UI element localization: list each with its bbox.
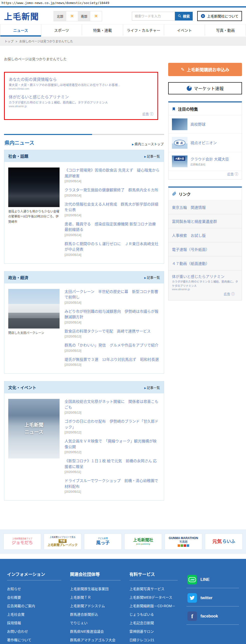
breadcrumb-current: お探しのページは見つかりませんでした <box>19 40 73 43</box>
adchoices-label[interactable]: 広告 <box>168 171 242 179</box>
subscribe-button[interactable]: 上毛新聞購読お申込み <box>168 63 242 76</box>
article-link[interactable]: 《新型コロナ》１日１枚 絵で元気 前橋の永岡さん 応援者に贈呈 <box>65 459 157 469</box>
banner-genki-life[interactable]: 元気 らいふ <box>205 534 242 550</box>
ad-title-link[interactable]: 体が重いと感じたらアリナミン <box>172 274 238 279</box>
footer-link[interactable]: 群馬県アマチュアゴルフ大会 <box>70 638 116 642</box>
footer-link[interactable]: 上毛新聞写真サービス <box>129 587 164 591</box>
article-link[interactable]: 飲食店の料理タクシーで宅配 高崎で連携サービス <box>65 329 151 333</box>
article-link[interactable]: 人気企画をＶＲ映像で 「廃線ウォーク」観光機構が映像公開 <box>65 439 157 449</box>
footer-link[interactable]: 日経テレコン21 <box>129 638 154 642</box>
article-list-link[interactable]: 記事一覧 <box>144 154 160 158</box>
article-link[interactable]: 《コロナ現場発》苦境の飲食店 先見えず 疑心暗鬼から風評被害 <box>65 168 159 178</box>
search-input[interactable] <box>132 12 175 21</box>
footer-column-title: 関連会社団体等 <box>70 571 121 580</box>
banner-gunma-marathon[interactable]: GUNMA MARATHON 写真館 <box>165 534 202 550</box>
browser-url: https://www.jomo-news.co.jp/news/domesti… <box>0 0 246 6</box>
banner-kazakko[interactable]: 子ども新聞 風っ子 <box>84 534 122 550</box>
sidebar-text-ad: 体が重いと感じたらアリナミン カラダが疲れた時のビタミンＢ１補給、筋肉痛に。タケ… <box>168 270 242 300</box>
footer-link[interactable]: 群馬県NIE推進協議会 <box>70 629 104 633</box>
article-link[interactable]: 群馬の「かわいい」発信 グルメや作品をアプリで紹介 <box>65 343 158 347</box>
feature-item-cloud-accounting-ad[interactable]: 大蔵大臣 クラウド会計 大蔵大臣 応研株式会社 <box>168 152 242 171</box>
article-link[interactable]: 太田パークレーン 半世紀の歴史に幕 新型コロナ影響で前倒し <box>65 289 158 299</box>
nav-tab-sports[interactable]: スポーツ <box>41 24 82 36</box>
article-link[interactable]: 次代の情報社会支える人材育成 群馬大が新学部の詳細を公表 <box>65 202 158 212</box>
list-item: 次代の情報社会支える人材育成 群馬大が新学部の詳細を公表[2020/05/14] <box>65 202 160 217</box>
article-date: [2020/05/13] <box>65 349 160 353</box>
play-circle-icon <box>201 14 205 18</box>
article-link[interactable]: クラスター発生施設の健康観察終了 群馬県内全６カ所 <box>65 188 158 192</box>
bookmark-icon <box>172 107 176 111</box>
footer-link[interactable]: 会社概要 <box>7 595 21 599</box>
banner-jomo-playback[interactable]: 上毛新聞ライブラリーで見る 平成 上毛新聞プレーバック <box>44 534 81 550</box>
article-link[interactable]: ドライブスルーでワークショップ 前橋・清心幼稚園で材料配布 <box>65 478 158 489</box>
list-item: 上毛記念日新聞 <box>129 618 186 627</box>
kennai-top-link[interactable]: 県内ニューストップ <box>132 141 164 146</box>
adchoices-label[interactable]: 広告 <box>172 291 238 299</box>
footer-link[interactable]: 上毛社会賞 <box>7 612 25 616</box>
section-culture-events: 文化・イベント 記事一覧 上毛新聞ニュース 全国高校総合文化祭がネット開催に 関… <box>4 381 164 501</box>
photo-overlay-text: 上毛新聞ニュース <box>23 422 45 436</box>
social-link-facebook[interactable]: f facebook <box>186 608 239 625</box>
footer-link[interactable]: 上毛新聞ＴＲ <box>70 595 91 599</box>
article-photo-bowling-alley[interactable] <box>8 289 60 329</box>
site-footer: インフォメーション お知らせ 会社概要 広告掲載のご案内 上毛社会賞 採用情報 … <box>0 559 246 644</box>
footer-link[interactable]: 上毛新聞縮刷版－CD-ROM－ <box>129 604 175 608</box>
article-list-link[interactable]: 記事一覧 <box>144 385 160 390</box>
link-item-tokyo-olympics[interactable]: 東京五輪 関連情報 <box>168 200 242 214</box>
article-photo-night-street[interactable] <box>8 168 60 207</box>
feature-item-shiten-opinion[interactable]: 視 点 視点オピニオン <box>168 134 242 152</box>
ad-unit: あなたの街の賃貸情報なら 東大宮・大宮・蕨エリアのお部屋探しは地域密着型の当社に… <box>9 76 153 90</box>
article-link[interactable]: みどり市が特別職の給与減額意向 伊勢崎は市議らが報酬減額方針 <box>65 309 158 319</box>
footer-link[interactable]: 採用情報 <box>7 621 21 625</box>
article-date: [2020/05/12] <box>65 431 160 434</box>
footer-link[interactable]: 上毛新聞WEBデータベース <box>129 595 172 599</box>
footer-link[interactable]: 上毛記念日新聞 <box>129 621 154 625</box>
footer-link[interactable]: 群馬連合新聞折込 <box>70 612 98 616</box>
link-item-tomioka-silk-mill[interactable]: 富岡製糸場と絹産業遺産群 <box>168 214 242 228</box>
nav-tab-life-culture[interactable]: ライフ・カルチャー <box>123 24 164 36</box>
section-title: 文化・イベント <box>8 384 36 390</box>
feature-item-koukou-yakyuu[interactable]: 高校野球 <box>168 115 242 134</box>
footer-link[interactable]: 上毛新聞アドシステム <box>70 604 105 608</box>
footer-link[interactable]: 上毛新聞厚生福祉事業団 <box>70 587 109 591</box>
footer-link[interactable]: お知らせ <box>7 587 21 591</box>
banner-jomo-publishing[interactable]: 上毛新聞社 jomo publishing <box>124 534 162 550</box>
search-button[interactable]: 検索 <box>175 12 193 21</box>
footer-link[interactable]: 著作権について <box>7 638 32 642</box>
article-photo-cityscape[interactable]: 上毛新聞ニュース <box>8 399 60 458</box>
footer-link[interactable]: じょうもばいる <box>129 612 154 616</box>
article-link[interactable]: 患者、職員守る 感染症指定医療機関 新型コロナ治療 最前線語る <box>65 222 156 232</box>
about-company-button[interactable]: 上毛新聞社について <box>197 11 242 21</box>
footer-link[interactable]: お問い合わせ <box>7 629 28 633</box>
market-report-button[interactable]: マーケット速報 <box>168 82 242 94</box>
banner-jomodachi[interactable]: 上毛新聞愛読者クラブ ジョモだち <box>4 534 41 550</box>
article-link[interactable]: 堤氏が無投票で３選 12年ぶり対抗馬出ず 昭和村長選 <box>65 357 159 362</box>
site-logo[interactable]: 上毛新聞 <box>4 10 39 22</box>
link-item-denshi-sokuhou[interactable]: 電子速報（号外紙面） <box>168 242 242 256</box>
ad-title-link[interactable]: 体がだるいと感じたらアリナミン <box>9 94 153 100</box>
adchoices-label[interactable]: 広告 <box>9 111 153 118</box>
link-item-47-douga[interactable]: ４７動画（紙面連動） <box>168 256 242 270</box>
breadcrumb-separator: > <box>16 40 17 43</box>
breadcrumb-home[interactable]: トップ <box>5 40 14 43</box>
link-item-jinji-search[interactable]: 人事検索 お試し版 <box>168 228 242 242</box>
article-link[interactable]: 群馬ＤＣ期間中のＳＬ運行ゼロに ＪＲ東日本高崎支社が中止発表 <box>65 242 158 252</box>
ad-title-link[interactable]: あなたの街の賃貸情報なら <box>9 76 153 82</box>
nav-tab-photo-video[interactable]: 写真・動画 <box>205 24 246 36</box>
list-item: お問い合わせ <box>7 627 70 635</box>
article-link[interactable]: 全国高校総合文化祭がネット開催に 関係者は悲喜こもごも <box>65 399 158 409</box>
article-link[interactable]: ゴボウの日に合わせ配布 伊勢崎のブランド「甘久郎ドック」 <box>65 419 158 429</box>
footer-link[interactable]: 雷神囲碁サロン <box>129 629 154 633</box>
footer-link[interactable]: 広告掲載のご案内 <box>7 604 35 608</box>
article-list-link[interactable]: 記事一覧 <box>144 275 160 280</box>
article-date: [2020/05/13] <box>65 363 160 367</box>
footer-link[interactable]: でりじぇい <box>70 621 88 625</box>
nav-tab-features[interactable]: 特集・連載 <box>82 24 123 36</box>
list-item: 群馬県アマチュアゴルフ大会 <box>70 635 129 644</box>
social-link-twitter[interactable]: twitter <box>186 590 239 606</box>
list-item: 会社概要 <box>7 593 70 601</box>
social-link-line[interactable]: LINE LINE <box>186 572 239 588</box>
nav-tab-news[interactable]: ニュース <box>0 24 41 36</box>
nav-tab-events[interactable]: イベント <box>164 24 205 36</box>
twitter-icon <box>187 593 197 603</box>
